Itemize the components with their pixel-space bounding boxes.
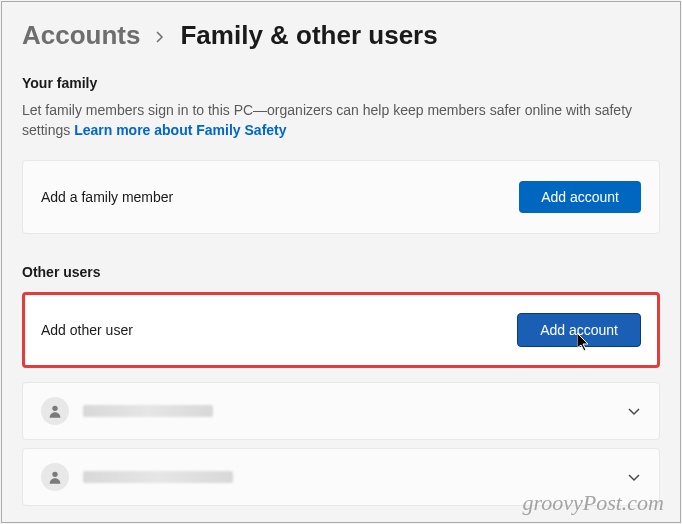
- user-name-redacted: [83, 405, 213, 417]
- other-users-section-title: Other users: [22, 264, 660, 280]
- add-other-user-card: Add other user Add account: [22, 292, 660, 368]
- family-section-description: Let family members sign in to this PC—or…: [22, 101, 660, 140]
- breadcrumb-current: Family & other users: [180, 20, 437, 51]
- chevron-down-icon: [627, 404, 641, 418]
- person-icon: [47, 469, 63, 485]
- user-row[interactable]: [22, 382, 660, 440]
- avatar: [41, 463, 69, 491]
- user-name-redacted: [83, 471, 233, 483]
- svg-point-0: [52, 406, 57, 411]
- add-other-account-button[interactable]: Add account: [517, 313, 641, 347]
- add-family-member-label: Add a family member: [41, 189, 173, 205]
- chevron-down-icon: [627, 470, 641, 484]
- add-other-user-label: Add other user: [41, 322, 133, 338]
- person-icon: [47, 403, 63, 419]
- breadcrumb: Accounts Family & other users: [22, 20, 660, 51]
- family-section-title: Your family: [22, 75, 660, 91]
- add-family-account-button[interactable]: Add account: [519, 181, 641, 213]
- add-family-member-card: Add a family member Add account: [22, 160, 660, 234]
- avatar: [41, 397, 69, 425]
- breadcrumb-parent[interactable]: Accounts: [22, 20, 140, 51]
- svg-point-1: [52, 472, 57, 477]
- chevron-right-icon: [154, 27, 166, 48]
- family-safety-link[interactable]: Learn more about Family Safety: [74, 122, 286, 138]
- user-row[interactable]: [22, 448, 660, 506]
